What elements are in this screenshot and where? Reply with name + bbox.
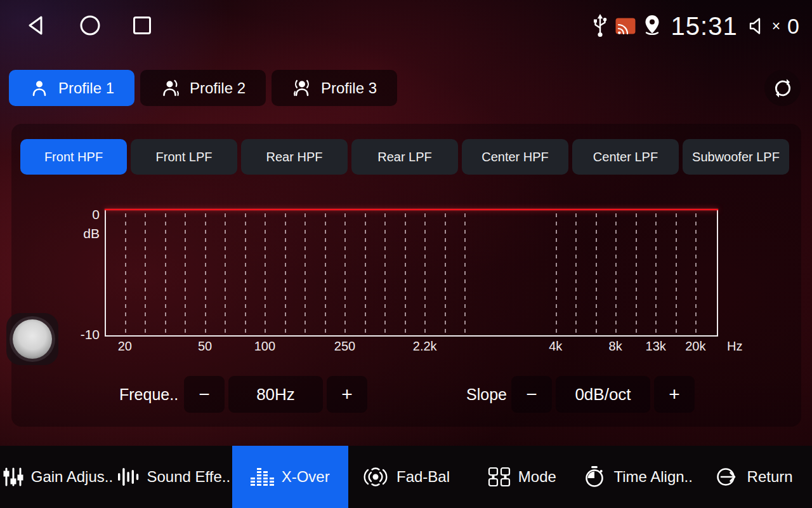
x-tick-label: 20k: [685, 339, 705, 354]
tab-front-lpf[interactable]: Front LPF: [131, 139, 237, 175]
chart-gridline: [285, 213, 286, 335]
nav-sound-effects[interactable]: Sound Effe..: [116, 446, 232, 508]
nav-time-align-label: Time Align..: [613, 468, 693, 486]
frequency-plus-button[interactable]: +: [327, 376, 367, 413]
slope-minus-button[interactable]: −: [511, 376, 552, 413]
chart-gridline: [464, 213, 466, 335]
sound-effects-icon: [117, 467, 139, 487]
filter-tab-bar: Front HPF Front LPF Rear HPF Rear LPF Ce…: [20, 139, 789, 175]
chart-gridline: [365, 213, 366, 335]
chart-gridline: [575, 213, 577, 335]
slope-value: 0dB/oct: [556, 376, 650, 413]
tab-front-hpf[interactable]: Front HPF: [20, 139, 127, 175]
x-tick-label: 2.2k: [413, 339, 437, 354]
refresh-sync-icon: [772, 77, 794, 99]
x-tick-label: 20: [118, 339, 132, 354]
frequency-minus-button[interactable]: −: [184, 376, 225, 413]
x-tick-label: 50: [198, 339, 212, 354]
android-back-button[interactable]: [25, 14, 47, 37]
return-arrow-icon: [716, 466, 740, 488]
profile-person-broadcast-icon: [292, 79, 312, 98]
cast-icon: [615, 18, 636, 34]
refresh-button[interactable]: [764, 70, 801, 106]
chart-gridline: [325, 213, 326, 335]
chart-gridline: [556, 213, 557, 335]
slope-plus-button[interactable]: +: [654, 376, 695, 413]
chart-gridline: [265, 213, 266, 335]
x-tick-label: 100: [254, 339, 275, 354]
chart-gridline: [344, 213, 346, 335]
chart-gridline: [695, 213, 697, 335]
profile-person-signal-icon: [160, 79, 181, 98]
time-align-stopwatch-icon: [583, 465, 606, 488]
profile-person-icon: [29, 79, 49, 98]
tab-subwoofer-lpf[interactable]: Subwoofer LPF: [683, 139, 789, 175]
chart-gridline: [185, 213, 186, 335]
nav-sound-effects-label: Sound Effe..: [147, 468, 230, 486]
frequency-label: Freque..: [119, 385, 178, 404]
chart-gridline: [445, 213, 446, 335]
x-tick-label: 4k: [549, 339, 562, 354]
nav-mode[interactable]: Mode: [464, 446, 580, 508]
home-icon: [79, 14, 102, 37]
controls-row: Freque.. − 80Hz + Slope − 0dB/oct +: [0, 376, 812, 413]
x-tick-label: 8k: [609, 339, 622, 354]
chart-gridline: [125, 213, 126, 335]
head-unit-screen: 15:31 × 0 Profile 1 Profile 2: [0, 0, 812, 508]
fad-bal-icon: [362, 466, 389, 488]
profile-1-label: Profile 1: [58, 79, 114, 97]
tab-rear-hpf[interactable]: Rear HPF: [241, 139, 348, 175]
x-tick-label: 13k: [646, 339, 666, 354]
nav-xover[interactable]: X-Over: [232, 446, 348, 508]
slope-label: Slope: [466, 385, 507, 404]
floating-knob-handle[interactable]: [6, 313, 58, 365]
chart-gridline: [384, 213, 386, 335]
volume-times-label: ×: [772, 18, 780, 35]
chart-gridline: [636, 213, 637, 335]
chart-gridline: [145, 213, 146, 335]
clock: 15:31: [671, 12, 738, 41]
response-curve: [105, 209, 718, 210]
tab-center-hpf[interactable]: Center HPF: [462, 139, 568, 175]
back-icon: [25, 14, 47, 37]
mode-speakers-icon: [488, 466, 511, 488]
chart-gridline: [205, 213, 206, 335]
chart-gridline: [304, 213, 306, 335]
chart-gridline: [245, 213, 246, 335]
location-icon: [643, 15, 662, 37]
chart-gridline: [405, 213, 406, 335]
profile-2-button[interactable]: Profile 2: [140, 70, 266, 106]
y-axis-unit: dB: [70, 226, 100, 241]
y-tick-minus10: -10: [70, 327, 100, 342]
gain-adjust-icon: [3, 467, 23, 486]
recents-icon: [131, 14, 153, 37]
chart-gridline: [165, 213, 166, 335]
profile-3-label: Profile 3: [321, 79, 377, 97]
nav-time-align[interactable]: Time Align..: [580, 446, 696, 508]
y-tick-0: 0: [70, 207, 100, 222]
x-axis-ticks: Hz 20501002502.2k4k8k13k20k: [106, 335, 717, 358]
nav-mode-label: Mode: [518, 468, 556, 486]
status-bar-right: 15:31 × 0: [592, 9, 799, 43]
tab-center-lpf[interactable]: Center LPF: [572, 139, 679, 175]
profile-row: Profile 1 Profile 2 Profile 3: [9, 70, 397, 106]
chart-gridline: [676, 213, 677, 335]
profile-1-button[interactable]: Profile 1: [9, 70, 134, 106]
bottom-nav-bar: Gain Adjus.. Sound Effe.. X-Over: [0, 446, 812, 508]
frequency-value: 80Hz: [228, 376, 323, 413]
nav-gain-adjust[interactable]: Gain Adjus..: [0, 446, 116, 508]
android-recents-button[interactable]: [131, 14, 153, 37]
x-axis-unit: Hz: [727, 339, 742, 354]
chart-gridline: [615, 213, 617, 335]
profile-3-button[interactable]: Profile 3: [272, 70, 397, 106]
nav-return[interactable]: Return: [696, 446, 812, 508]
android-home-button[interactable]: [79, 14, 102, 37]
tab-rear-lpf[interactable]: Rear LPF: [351, 139, 458, 175]
plot-area: [106, 210, 717, 335]
usb-icon: [592, 14, 608, 38]
nav-return-label: Return: [747, 468, 793, 486]
volume-muted-icon: [747, 17, 766, 36]
nav-fad-bal[interactable]: Fad-Bal: [348, 446, 464, 508]
knob-icon: [13, 319, 52, 359]
nav-xover-label: X-Over: [282, 468, 330, 486]
